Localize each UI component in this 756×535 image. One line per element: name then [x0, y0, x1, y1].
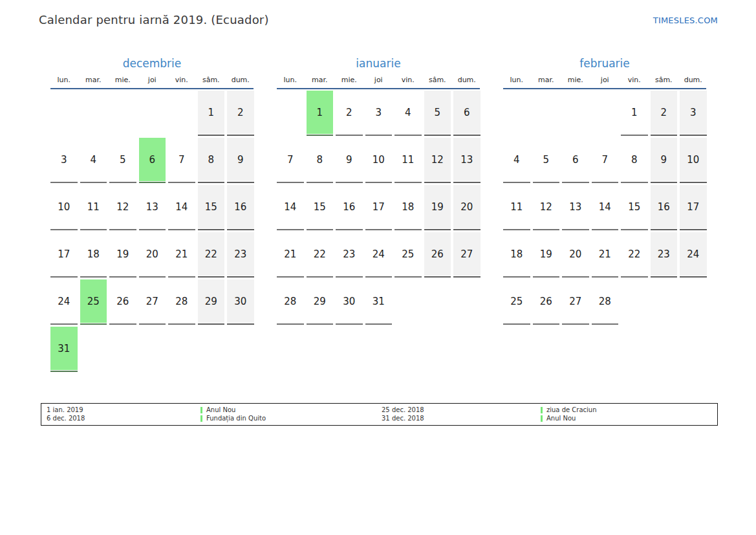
day-cell: 3 — [50, 136, 78, 184]
month-grid: 1234567891011121314151617181920212223242… — [50, 89, 254, 373]
empty-cell — [139, 325, 166, 373]
day-cell: 25 — [394, 231, 422, 278]
month-title: decembrie — [50, 57, 254, 70]
empty-cell — [109, 325, 136, 373]
day-cell: 30 — [227, 278, 254, 325]
day-cell: 11 — [503, 184, 530, 231]
day-cell: 8 — [198, 136, 225, 184]
weekday-label: joi — [592, 76, 619, 84]
day-cell: 4 — [503, 136, 530, 184]
day-cell: 5 — [109, 136, 136, 184]
empty-cell — [168, 89, 195, 136]
legend-date: 31 dec. 2018 — [382, 415, 541, 423]
empty-cell — [50, 89, 78, 136]
day-cell: 14 — [168, 184, 195, 231]
day-cell: 18 — [80, 231, 107, 278]
empty-cell — [562, 89, 589, 136]
brand-link[interactable]: TIMESLES.COM — [653, 16, 718, 25]
day-cell: 10 — [680, 136, 707, 184]
weekday-label: lun. — [277, 76, 304, 84]
legend-label: Anul Nou — [546, 415, 576, 423]
weekday-label: dum. — [227, 76, 254, 84]
legend-entry: ziua de Craciun — [541, 406, 717, 415]
day-cell: 18 — [394, 184, 422, 231]
day-cell: 4 — [80, 136, 107, 184]
day-cell: 23 — [227, 231, 254, 278]
day-cell: 28 — [592, 278, 619, 325]
holiday-marker-icon — [541, 407, 543, 413]
day-cell: 19 — [424, 184, 451, 231]
weekday-label: mar. — [307, 76, 334, 84]
empty-cell — [621, 278, 648, 325]
day-cell: 16 — [651, 184, 678, 231]
months-row: decembrie lun.mar.mie.joivin.sâm.dum. 12… — [50, 57, 706, 373]
day-cell: 15 — [307, 184, 334, 231]
day-cell: 3 — [680, 89, 707, 136]
weekday-label: dum. — [453, 76, 481, 84]
weekday-label: sâm. — [198, 76, 225, 84]
legend-box: 1 ian. 20196 dec. 2018Anul NouFundația d… — [41, 403, 718, 426]
holiday-marker-icon — [200, 407, 202, 413]
day-cell: 17 — [50, 231, 78, 278]
day-cell: 12 — [109, 184, 136, 231]
day-cell: 28 — [277, 278, 304, 325]
day-cell: 17 — [680, 184, 707, 231]
day-cell: 21 — [277, 231, 304, 278]
empty-cell — [424, 278, 451, 325]
day-cell: 6 — [453, 89, 481, 136]
day-cell: 18 — [503, 231, 530, 278]
day-cell: 26 — [424, 231, 451, 278]
day-cell: 23 — [336, 231, 363, 278]
day-cell: 11 — [80, 184, 107, 231]
legend-label: ziua de Craciun — [546, 406, 597, 415]
day-cell: 27 — [139, 278, 166, 325]
day-cell: 9 — [651, 136, 678, 184]
month-title: ianuarie — [277, 57, 480, 70]
empty-cell — [453, 278, 481, 325]
day-cell: 16 — [336, 184, 363, 231]
empty-cell — [198, 325, 225, 373]
page-title: Calendar pentru iarnă 2019. (Ecuador) — [39, 13, 269, 27]
day-cell: 20 — [562, 231, 589, 278]
day-cell: 22 — [198, 231, 225, 278]
empty-cell — [168, 325, 195, 373]
day-cell: 31 — [365, 278, 393, 325]
holiday-day-cell: 6 — [139, 136, 166, 184]
day-cell: 6 — [562, 136, 589, 184]
day-cell: 1 — [198, 89, 225, 136]
day-cell: 7 — [277, 136, 304, 184]
day-cell: 16 — [227, 184, 254, 231]
day-cell: 14 — [277, 184, 304, 231]
empty-cell — [651, 278, 678, 325]
legend-labels-column: Anul NouFundația din Quito — [200, 406, 382, 422]
day-cell: 13 — [139, 184, 166, 231]
day-cell: 14 — [592, 184, 619, 231]
day-cell: 26 — [533, 278, 560, 325]
day-cell: 17 — [365, 184, 393, 231]
legend-date: 1 ian. 2019 — [47, 406, 200, 415]
weekday-label: sâm. — [424, 76, 451, 84]
day-cell: 5 — [533, 136, 560, 184]
day-cell: 21 — [592, 231, 619, 278]
day-cell: 8 — [621, 136, 648, 184]
day-cell: 22 — [307, 231, 334, 278]
day-cell: 20 — [139, 231, 166, 278]
month-grid: 1234567891011121314151617181920212223242… — [503, 89, 706, 325]
legend-date: 25 dec. 2018 — [382, 406, 541, 415]
day-cell: 15 — [198, 184, 225, 231]
day-cell: 13 — [453, 136, 481, 184]
legend-entry: Fundația din Quito — [200, 415, 382, 423]
day-cell: 9 — [227, 136, 254, 184]
day-cell: 12 — [424, 136, 451, 184]
day-cell: 25 — [503, 278, 530, 325]
day-cell: 9 — [336, 136, 363, 184]
empty-cell — [80, 325, 107, 373]
legend-dates-column: 25 dec. 201831 dec. 2018 — [382, 406, 541, 422]
day-cell: 10 — [50, 184, 78, 231]
holiday-marker-icon — [200, 415, 202, 422]
weekday-label: mar. — [80, 76, 107, 84]
holiday-marker-icon — [541, 415, 543, 422]
legend-entry: Anul Nou — [200, 406, 382, 415]
weekday-header: lun.mar.mie.joivin.sâm.dum. — [503, 76, 706, 89]
day-cell: 1 — [621, 89, 648, 136]
